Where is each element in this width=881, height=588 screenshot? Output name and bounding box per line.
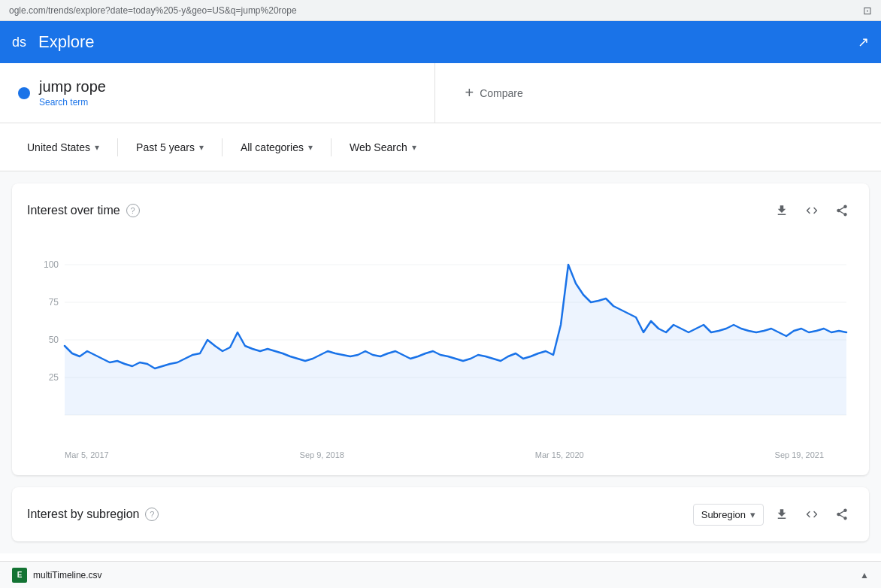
filter-separator-2 bbox=[222, 138, 223, 156]
search-term-left: jump rope Search term bbox=[0, 63, 435, 123]
search-type-filter-label: Web Search bbox=[350, 141, 407, 153]
subregion-embed-icon[interactable] bbox=[800, 502, 824, 526]
search-type-filter[interactable]: Web Search ▾ bbox=[341, 135, 425, 159]
app-title: Explore bbox=[38, 32, 95, 52]
location-filter[interactable]: United States ▾ bbox=[18, 135, 108, 159]
subregion-card: Interest by subregion ? Subregion ▾ bbox=[12, 487, 869, 541]
chart-share-icon[interactable] bbox=[830, 199, 854, 223]
subregion-help-icon[interactable]: ? bbox=[145, 508, 159, 521]
chart-title: Interest over time bbox=[27, 204, 120, 217]
back-label[interactable]: ds bbox=[12, 35, 26, 50]
location-filter-arrow: ▾ bbox=[95, 142, 99, 153]
browser-url: ogle.com/trends/explore?date=today%205-y… bbox=[9, 5, 857, 16]
x-label-2: Sep 9, 2018 bbox=[300, 450, 344, 459]
compare-label: Compare bbox=[480, 87, 523, 99]
filter-separator-3 bbox=[331, 138, 332, 156]
x-label-1: Mar 5, 2017 bbox=[65, 450, 109, 459]
time-filter-label: Past 5 years bbox=[136, 141, 195, 153]
category-filter-arrow: ▾ bbox=[308, 142, 313, 153]
interest-over-time-card: Interest over time ? bbox=[12, 183, 869, 475]
app-header: ds Explore ↗ bbox=[0, 21, 881, 63]
category-filter-label: All categories bbox=[241, 141, 304, 153]
svg-text:75: 75 bbox=[49, 297, 59, 308]
chart-header: Interest over time ? bbox=[27, 199, 854, 223]
search-term-dot bbox=[18, 87, 30, 99]
search-type-filter-arrow: ▾ bbox=[412, 142, 416, 153]
subregion-header: Interest by subregion ? Subregion ▾ bbox=[27, 502, 854, 526]
x-label-4: Sep 19, 2021 bbox=[775, 450, 824, 459]
category-filter[interactable]: All categories ▾ bbox=[232, 135, 322, 159]
time-filter[interactable]: Past 5 years ▾ bbox=[127, 135, 213, 159]
browser-bar: ogle.com/trends/explore?date=today%205-y… bbox=[0, 0, 881, 21]
svg-text:25: 25 bbox=[49, 372, 59, 383]
filter-separator-1 bbox=[117, 138, 118, 156]
header-share-icon[interactable]: ↗ bbox=[858, 34, 869, 50]
subregion-title: Interest by subregion bbox=[27, 508, 139, 521]
search-term-info: jump rope Search term bbox=[39, 78, 106, 108]
chart-actions bbox=[770, 199, 854, 223]
search-term-right: + Compare bbox=[435, 63, 882, 123]
chart-container: 100 75 50 25 Mar 5, 2017 Sep 9, 2018 Mar… bbox=[27, 235, 854, 460]
time-filter-arrow: ▾ bbox=[199, 142, 204, 153]
trend-chart: 100 75 50 25 bbox=[27, 235, 854, 445]
x-axis-labels: Mar 5, 2017 Sep 9, 2018 Mar 15, 2020 Sep… bbox=[27, 447, 854, 459]
subregion-dropdown[interactable]: Subregion ▾ bbox=[693, 504, 764, 526]
x-label-3: Mar 15, 2020 bbox=[535, 450, 584, 459]
compare-plus-icon: + bbox=[465, 84, 474, 102]
search-term-label: Search term bbox=[39, 97, 106, 108]
chart-help-icon[interactable]: ? bbox=[126, 204, 140, 217]
filters-bar: United States ▾ Past 5 years ▾ All categ… bbox=[0, 123, 881, 171]
subregion-title-row: Interest by subregion ? bbox=[27, 508, 159, 521]
main-content: Interest over time ? bbox=[0, 171, 881, 553]
location-filter-label: United States bbox=[27, 141, 90, 153]
subregion-dropdown-arrow: ▾ bbox=[750, 509, 755, 520]
subregion-share-icon[interactable] bbox=[830, 502, 854, 526]
browser-share-icon[interactable]: ⊡ bbox=[863, 5, 872, 17]
chart-title-row: Interest over time ? bbox=[27, 204, 140, 217]
subregion-download-icon[interactable] bbox=[770, 502, 794, 526]
chart-download-icon[interactable] bbox=[770, 199, 794, 223]
svg-text:100: 100 bbox=[44, 259, 59, 270]
search-term-section: jump rope Search term + Compare bbox=[0, 63, 881, 123]
search-term-name: jump rope bbox=[39, 78, 106, 95]
subregion-actions: Subregion ▾ bbox=[693, 502, 854, 526]
svg-text:50: 50 bbox=[49, 335, 59, 345]
compare-button[interactable]: + Compare bbox=[459, 78, 529, 108]
chart-embed-icon[interactable] bbox=[800, 199, 824, 223]
subregion-dropdown-label: Subregion bbox=[701, 509, 746, 520]
